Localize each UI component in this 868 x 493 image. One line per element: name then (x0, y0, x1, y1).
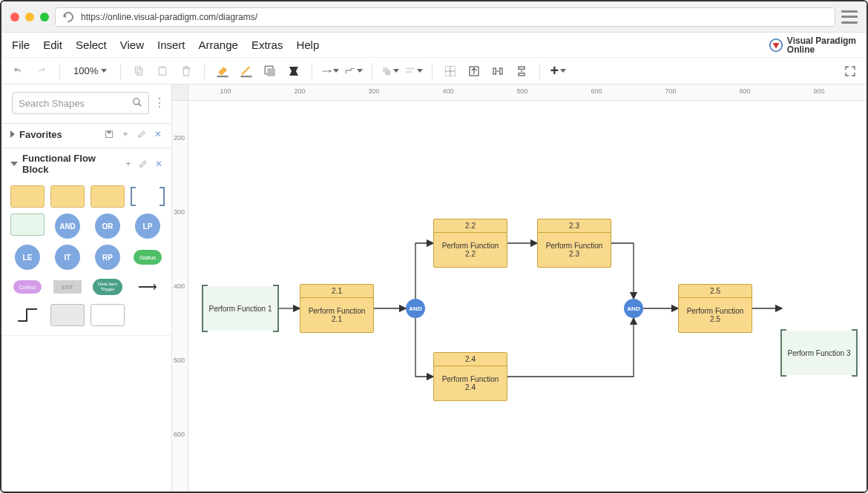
ruler-tick: 900 (813, 87, 824, 95)
to-front-button[interactable] (381, 62, 399, 80)
sidebar-more-icon[interactable]: ⋮ (154, 99, 164, 107)
svg-rect-17 (519, 67, 525, 69)
canvas-area[interactable]: 100 200 300 400 500 600 700 800 900 200 … (172, 85, 867, 493)
browser-chrome: https://online.visual-paradigm.com/diagr… (1, 1, 867, 33)
node-label: Perform Function 3 (787, 349, 850, 357)
node-function-2-3[interactable]: 2.3 Perform Function 2.3 (537, 219, 611, 268)
maximize-window-button[interactable] (40, 13, 49, 21)
style-button[interactable] (285, 62, 303, 80)
caret-down-icon (101, 69, 107, 73)
caret-down-icon (393, 69, 399, 73)
menu-view[interactable]: View (120, 39, 144, 51)
favorites-close-icon[interactable]: ✕ (152, 128, 164, 140)
palette-rp-gate[interactable]: RP (95, 245, 120, 270)
address-bar[interactable]: https://online.visual-paradigm.com/diagr… (55, 7, 835, 27)
node-and-gate-1[interactable]: AND (406, 299, 425, 318)
palette-white-rect[interactable] (91, 304, 125, 326)
brand-logo-area[interactable]: Visual Paradigm Online (769, 36, 856, 54)
browser-menu-icon[interactable] (841, 10, 858, 24)
palette-le-gate[interactable]: LE (15, 245, 40, 270)
menu-select[interactable]: Select (76, 39, 107, 51)
favorites-add-icon[interactable]: + (119, 128, 131, 140)
svg-rect-3 (160, 67, 166, 75)
waypoint-style-button[interactable] (345, 62, 363, 80)
node-function-2-2[interactable]: 2.2 Perform Function 2.2 (433, 219, 507, 268)
palette-function-box-3[interactable] (91, 185, 125, 208)
svg-rect-18 (519, 73, 525, 75)
menu-extras[interactable]: Extras (251, 39, 283, 51)
menu-file[interactable]: File (12, 39, 30, 51)
favorites-save-icon[interactable] (103, 128, 115, 140)
palette-exit[interactable]: EXIT (53, 280, 82, 294)
minimize-window-button[interactable] (25, 13, 34, 21)
ruler-tick: 200 (294, 87, 305, 95)
palette-control[interactable]: Control (13, 280, 42, 294)
search-shapes-input[interactable]: Search Shapes (12, 92, 149, 114)
menu-insert[interactable]: Insert (157, 39, 185, 51)
undo-button[interactable] (9, 62, 27, 80)
distribute-h-button[interactable] (489, 62, 507, 80)
copy-button[interactable] (130, 62, 148, 80)
favorites-edit-icon[interactable] (136, 128, 148, 140)
node-label: Perform Function 2.5 (679, 298, 752, 332)
redo-button[interactable] (33, 62, 50, 80)
svg-rect-15 (493, 68, 496, 74)
palette-or-gate[interactable]: OR (95, 214, 120, 239)
palette-lp-gate[interactable]: LP (135, 214, 160, 239)
node-label: Perform Function 1 (208, 305, 272, 313)
svg-rect-21 (108, 131, 111, 134)
palette-status[interactable]: Status (134, 250, 162, 265)
palette-green-box[interactable] (10, 214, 45, 236)
ffb-close-icon[interactable]: ✕ (154, 158, 164, 170)
palette-arrow[interactable]: ⟶ (131, 276, 165, 298)
fullscreen-button[interactable] (841, 62, 859, 80)
close-window-button[interactable] (10, 13, 19, 21)
node-function-2-1[interactable]: 2.1 Perform Function 2.1 (300, 284, 374, 333)
palette-it-gate[interactable]: IT (55, 245, 80, 270)
palette-step-line[interactable] (10, 304, 45, 326)
node-id: 2.1 (300, 285, 373, 298)
zoom-dropdown[interactable]: 100% (69, 65, 111, 76)
ruler-tick: 400 (174, 282, 185, 290)
grid-button[interactable] (441, 62, 459, 80)
node-ref-function-3[interactable]: Perform Function 3 (782, 331, 856, 375)
align-button[interactable] (405, 62, 423, 80)
ffb-edit-icon[interactable] (138, 158, 148, 170)
ruler-vertical: 200 300 400 500 600 (172, 101, 188, 493)
paste-button[interactable] (154, 62, 171, 80)
node-label: Perform Function 2.4 (434, 366, 507, 400)
add-button[interactable]: + (549, 62, 567, 80)
reload-icon[interactable] (61, 10, 76, 24)
favorites-header[interactable]: Favorites + ✕ (1, 124, 171, 145)
palette-gray-rect[interactable] (50, 304, 85, 326)
connector-style-button[interactable] (321, 62, 339, 80)
node-ref-function-1[interactable]: Perform Function 1 (203, 286, 277, 331)
diagram-canvas[interactable]: Perform Function 1 2.1 Perform Function … (188, 101, 867, 493)
palette-function-box-1[interactable] (10, 185, 45, 208)
menu-arrange[interactable]: Arrange (199, 39, 238, 51)
ruler-tick: 400 (442, 87, 453, 95)
menu-edit[interactable]: Edit (43, 39, 62, 51)
caret-down-icon (357, 69, 363, 73)
menu-help[interactable]: Help (296, 39, 319, 51)
node-function-2-5[interactable]: 2.5 Perform Function 2.5 (678, 284, 752, 333)
node-label: AND (627, 305, 640, 312)
ruler-tick: 800 (739, 87, 750, 95)
search-icon[interactable] (132, 97, 142, 110)
node-function-2-4[interactable]: 2.4 Perform Function 2.4 (433, 352, 507, 401)
node-and-gate-2[interactable]: AND (624, 299, 643, 318)
palette-reference-box[interactable] (131, 185, 165, 208)
ffb-add-icon[interactable]: + (123, 158, 134, 170)
palette-trigger[interactable]: Data Item Trigger (93, 279, 122, 295)
delete-button[interactable] (177, 62, 195, 80)
ffb-header[interactable]: Functional Flow Block + ✕ (1, 148, 171, 179)
palette-and-gate[interactable]: AND (55, 214, 80, 239)
ruler-tick: 300 (368, 87, 379, 95)
fit-page-button[interactable] (465, 62, 483, 80)
shadow-button[interactable] (261, 62, 279, 80)
svg-rect-6 (241, 76, 252, 77)
line-color-button[interactable] (237, 62, 255, 80)
fill-color-button[interactable] (214, 62, 231, 80)
palette-function-box-2[interactable] (50, 185, 85, 208)
distribute-v-button[interactable] (513, 62, 530, 80)
